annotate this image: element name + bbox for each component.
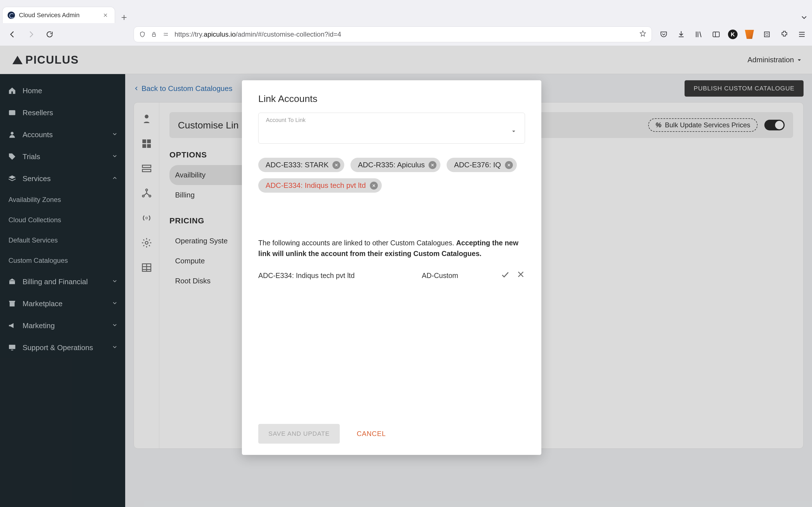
- chip-remove-icon[interactable]: [428, 161, 437, 169]
- extensions-icon[interactable]: [779, 29, 790, 40]
- url-field[interactable]: https://try.apiculus.io/admin/#/customis…: [134, 26, 652, 42]
- browser-tab-active[interactable]: Cloud Services Admin: [2, 7, 115, 23]
- tab-strip: Cloud Services Admin: [0, 0, 812, 23]
- shield-icon: [139, 31, 146, 38]
- chip-remove-icon[interactable]: [505, 161, 513, 169]
- svg-rect-6: [764, 32, 769, 37]
- back-button[interactable]: [4, 26, 20, 42]
- linked-accounts-chips: ADC-E333: STARK ADC-R335: Apiculus ADC-E…: [258, 158, 525, 193]
- lock-icon: [151, 31, 157, 38]
- pocket-icon[interactable]: [658, 29, 669, 40]
- forward-button[interactable]: [23, 26, 39, 42]
- link-accounts-modal: Link Accounts Account To Link ADC-E333: …: [242, 80, 541, 455]
- conflict-catalogue: AD-Custom: [422, 272, 495, 280]
- bookmark-star-icon[interactable]: [639, 30, 647, 39]
- svg-rect-5: [713, 32, 719, 37]
- conflict-warning: The following accounts are linked to oth…: [258, 238, 525, 259]
- sidebar-toggle-icon[interactable]: [711, 29, 722, 40]
- app-menu-icon[interactable]: [796, 29, 808, 40]
- downloads-icon[interactable]: [675, 29, 687, 40]
- conflict-account: ADC-E334: Indiqus tech pvt ltd: [258, 272, 416, 280]
- reload-button[interactable]: [42, 26, 57, 42]
- svg-rect-0: [153, 34, 156, 36]
- modal-actions: SAVE AND UPDATE CANCEL: [258, 415, 525, 444]
- app-shell: PICULUS Administration Home Resellers Ac…: [0, 46, 812, 507]
- browser-toolbar-right: K: [658, 29, 808, 40]
- close-tab-icon[interactable]: [102, 11, 109, 19]
- chip-label: ADC-E376: IQ: [454, 161, 501, 169]
- address-bar: https://try.apiculus.io/admin/#/customis…: [0, 23, 812, 46]
- permissions-icon[interactable]: [162, 32, 169, 37]
- chip-label: ADC-E333: STARK: [266, 161, 328, 169]
- svg-rect-7: [766, 33, 768, 36]
- favicon-icon: [8, 11, 15, 19]
- tab-title: Cloud Services Admin: [19, 11, 80, 19]
- chip-remove-icon[interactable]: [333, 161, 340, 169]
- svg-rect-4: [165, 35, 167, 36]
- tabs-overview-icon[interactable]: [799, 12, 810, 23]
- chip-account-conflict: ADC-E334: Indiqus tech pvt ltd: [258, 178, 382, 193]
- modal-title: Link Accounts: [258, 93, 525, 104]
- svg-point-1: [164, 33, 165, 34]
- library-icon[interactable]: [693, 29, 704, 40]
- cancel-button[interactable]: CANCEL: [357, 430, 386, 438]
- caret-down-icon: [511, 128, 517, 136]
- chip-account: ADC-R335: Apiculus: [350, 158, 441, 172]
- chip-account: ADC-E333: STARK: [258, 158, 344, 172]
- extension-a-icon[interactable]: [761, 29, 772, 40]
- new-tab-button[interactable]: [118, 12, 130, 23]
- reject-icon[interactable]: [516, 270, 525, 281]
- conflict-row: ADC-E334: Indiqus tech pvt ltd AD-Custom: [258, 270, 525, 281]
- chip-label: ADC-R335: Apiculus: [358, 161, 424, 169]
- account-select[interactable]: Account To Link: [258, 113, 525, 144]
- profile-badge[interactable]: K: [728, 30, 738, 39]
- account-select-label: Account To Link: [266, 117, 517, 123]
- url-text: https://try.apiculus.io/admin/#/customis…: [174, 31, 634, 38]
- metamask-icon[interactable]: [744, 29, 755, 40]
- warning-text-plain: The following accounts are linked to oth…: [258, 239, 456, 247]
- svg-rect-2: [165, 33, 167, 34]
- accept-icon[interactable]: [501, 270, 510, 281]
- chip-label: ADC-E334: Indiqus tech pvt ltd: [266, 181, 366, 190]
- svg-point-3: [164, 35, 165, 36]
- chip-account: ADC-E376: IQ: [447, 158, 516, 172]
- browser-chrome: Cloud Services Admin: [0, 0, 812, 46]
- chip-remove-icon[interactable]: [370, 182, 378, 189]
- save-and-update-button[interactable]: SAVE AND UPDATE: [258, 424, 340, 444]
